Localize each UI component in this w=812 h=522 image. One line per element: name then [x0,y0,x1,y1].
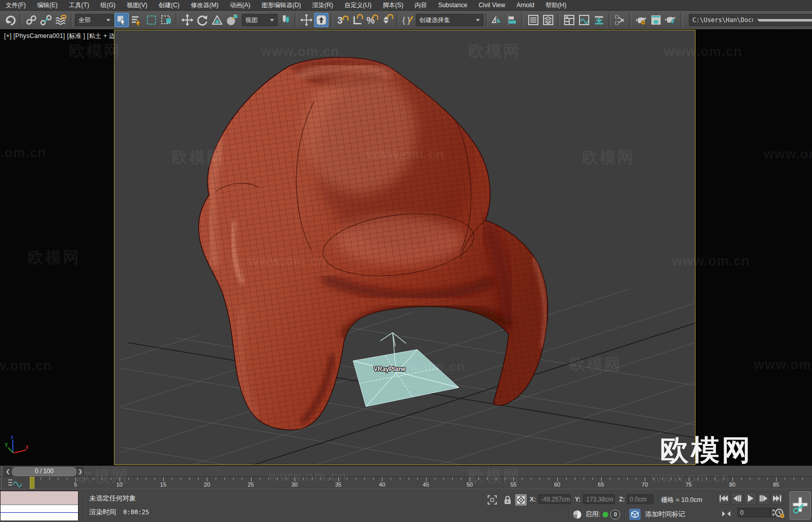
ruler-tick [93,477,93,480]
rect-region-icon[interactable] [144,13,159,27]
render-setup-icon[interactable] [634,13,648,27]
time-tag-cube-icon[interactable] [629,509,641,520]
goto-start-button[interactable] [718,492,730,505]
ruler-tick-label: 25 [247,481,254,488]
ruler-tick [443,477,444,480]
menu-item[interactable]: 编辑(E) [31,0,63,10]
menu-item[interactable]: 渲染(R) [306,0,339,10]
mini-curve-editor-icon[interactable] [6,477,27,489]
menu-item[interactable]: 帮助(H) [540,0,572,10]
project-folder-dropdown[interactable]: C:\Users\Han\Documents\3ds Max 2022 [689,14,812,26]
link-icon[interactable] [24,13,38,27]
ruler-tick-label: 10 [116,481,122,488]
menu-item[interactable]: Arnold [511,0,540,10]
percent-snap-icon[interactable]: % [365,13,379,27]
time-config-icon[interactable] [774,508,785,519]
menu-item[interactable]: 创建(C) [153,0,185,10]
pivot-center-icon[interactable] [278,13,293,27]
angle-snap-icon[interactable] [350,13,364,27]
frame-back-button[interactable]: ❮ [4,467,12,476]
absolute-mode-icon[interactable] [515,494,527,506]
ruler-tick [321,477,321,480]
scene-explorer-icon[interactable] [526,13,540,27]
menu-item[interactable]: 自定义(U) [339,0,377,10]
placement-icon[interactable] [225,13,239,27]
goto-end-button[interactable] [771,492,783,505]
x-field[interactable]: -49.257cm [538,494,571,504]
menu-item[interactable]: 动画(A) [224,0,256,10]
refcoord-dropdown[interactable]: 视图 [242,14,278,26]
y-field[interactable]: 173.38cm [583,494,615,504]
frame-forward-button[interactable]: ❯ [76,467,84,476]
current-frame-field[interactable]: 0 [738,508,770,517]
ruler-tick [128,477,129,480]
drag-handle[interactable] [1,477,3,489]
ruler-tick [146,477,146,480]
move-icon[interactable] [180,13,195,27]
listener-macro-pane[interactable] [1,491,78,505]
prev-frame-button[interactable] [731,492,743,505]
selection-filter-dropdown[interactable]: 全部 [75,14,114,26]
layer-explorer-icon[interactable] [541,13,555,27]
menu-item[interactable]: 图形编辑器(D) [256,0,307,10]
ribbon-icon[interactable] [562,13,576,27]
next-frame-button[interactable] [758,492,770,505]
menu-item[interactable]: 内容 [409,0,433,10]
degradation-zero-button[interactable]: 0 [610,510,620,519]
scale-icon[interactable] [210,13,224,27]
time-slider-track[interactable]: ❮ 0 / 100 ❯ [0,466,812,476]
adaptive-degradation-icon[interactable] [571,509,583,520]
listener-script-pane[interactable] [1,505,78,520]
menu-item[interactable]: 视图(V) [121,0,153,10]
add-time-tag-label[interactable]: 添加时间标记 [645,510,685,518]
camera-viewport[interactable]: VRayPlane [114,30,695,465]
menu-item[interactable]: 文件(F) [0,0,31,10]
menu-item[interactable]: Substance [433,0,473,10]
keyboard-override-icon[interactable] [314,13,328,27]
z-field[interactable]: 0.0cm [627,494,653,504]
render-icon[interactable] [664,13,678,27]
snap-3d-icon[interactable]: 3 [335,13,350,27]
key-mode-icon[interactable] [721,508,732,519]
viewport-area[interactable]: [+] [PhysCamera001] [标准 ] [粘土 + 边面 ] [0,29,812,466]
menu-item[interactable]: 修改器(M) [185,0,224,10]
unlink-icon[interactable] [39,13,53,27]
separator [295,13,297,27]
set-key-button[interactable] [789,491,811,520]
rotate-icon[interactable] [195,13,209,27]
drag-handle[interactable] [1,466,3,476]
track-bar[interactable]: 0510152025303540455055606570758085 [0,476,812,489]
bind-spacewarp-icon[interactable] [54,13,68,27]
select-by-name-icon[interactable] [129,13,144,27]
schematic-view-icon[interactable]: x [613,13,627,27]
select-object-icon[interactable] [114,13,129,27]
ruler-tick-label: 55 [510,481,516,488]
mirror-icon[interactable] [490,13,505,27]
menu-item[interactable]: 工具(T) [63,0,94,10]
play-button[interactable] [744,492,757,505]
ruler-tick-label: 75 [685,481,691,488]
isolate-selection-icon[interactable] [487,494,498,506]
selection-set-dropdown[interactable]: 创建选择集 [416,14,484,26]
spinner-snap-icon[interactable] [380,13,394,27]
menu-item[interactable]: Civil View [473,0,511,10]
maxscript-mini-listener[interactable] [0,491,79,520]
redo-icon[interactable] [3,13,17,27]
material-editor-icon[interactable] [592,13,606,27]
world-axis-gizmo: z Y x [3,434,39,465]
ruler-tick [102,477,102,480]
window-crossing-icon[interactable] [159,13,173,27]
selection-lock-icon[interactable] [502,494,513,506]
menu-item[interactable]: 脚本(S) [377,0,409,10]
curve-editor-icon[interactable] [577,13,591,27]
ruler-tick-label: 5 [74,481,77,488]
rendered-frame-icon[interactable] [649,13,663,27]
current-frame-marker[interactable] [30,477,34,489]
named-selection-icon[interactable]: { } [401,13,415,27]
align-icon[interactable] [505,13,519,27]
time-slider-handle[interactable]: 0 / 100 [12,467,76,476]
viewport-label[interactable]: [+] [PhysCamera001] [标准 ] [粘土 + 边面 ] [4,32,125,41]
status-bar: 未选定任何对象 渲染时间0:00:25 X: -49.257cm Y: 173.… [0,489,812,522]
menu-item[interactable]: 组(G) [95,0,121,10]
manipulate-icon[interactable] [299,13,314,27]
